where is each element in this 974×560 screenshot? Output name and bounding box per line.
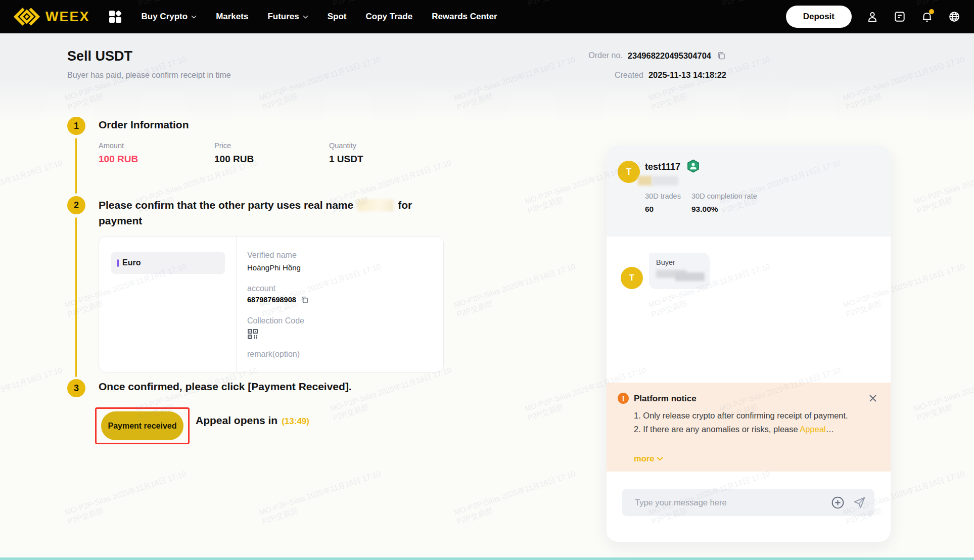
step-connector — [75, 217, 77, 377]
completion-rate-label: 30D completion rate — [691, 192, 757, 200]
step-3-title: Once confirmed, please click [Payment Re… — [99, 381, 352, 393]
nav-item-spot[interactable]: Spot — [328, 12, 347, 22]
chat-message-bubble: Buyer — [649, 253, 710, 289]
redacted-real-name — [357, 199, 394, 211]
nav-item-markets[interactable]: Markets — [216, 12, 248, 22]
counterparty-name[interactable]: test1117 — [645, 162, 680, 172]
send-message-icon[interactable] — [853, 496, 866, 509]
notification-dot — [929, 9, 934, 14]
order-no-value: 234968220495304704 — [628, 51, 711, 61]
step-1-badge: 1 — [67, 117, 85, 135]
created-row: Created 2025-11-13 14:18:22 — [615, 70, 726, 80]
amount-field: Amount 100 RUB — [99, 142, 214, 165]
alert-icon: ! — [618, 393, 629, 404]
nav-item-futures[interactable]: Futures — [267, 12, 308, 22]
redacted-user-detail — [638, 176, 678, 185]
redacted-message-content — [656, 270, 703, 281]
price-field: Price 100 RUB — [214, 142, 329, 165]
trades-30d-label: 30D trades — [645, 192, 681, 200]
message-sender: Buyer — [656, 258, 703, 266]
profile-icon[interactable] — [865, 10, 879, 24]
remark-label: remark(option) — [247, 350, 300, 359]
platform-notice: ! Platform notice 1. Only release crypto… — [607, 383, 891, 472]
nav-menu: Buy Crypto Markets Futures Spot Copy Tra… — [142, 12, 497, 22]
platform-notice-title: Platform notice — [634, 394, 697, 404]
chevron-down-icon — [303, 15, 308, 19]
platform-notice-body: 1. Only release crypto after confirming … — [634, 409, 859, 436]
nav-item-buy-crypto[interactable]: Buy Crypto — [142, 12, 197, 22]
chat-message-input[interactable] — [622, 489, 831, 516]
page-title: Sell USDT — [67, 49, 132, 64]
account-row: 687987698908 — [247, 295, 309, 304]
payment-method-name: Euro — [122, 258, 141, 267]
page-subtitle: Buyer has paid, please confirm receipt i… — [67, 71, 231, 80]
nav-item-copy-trade[interactable]: Copy Trade — [366, 12, 413, 22]
appeal-link[interactable]: Appeal — [800, 425, 825, 434]
price-value: 100 RUB — [214, 154, 329, 165]
account-value: 687987698908 — [247, 296, 296, 304]
top-navbar: WEEX Buy Crypto Markets Futures Spot Cop… — [0, 0, 974, 33]
orders-chat-icon[interactable] — [893, 10, 906, 24]
close-icon[interactable] — [867, 393, 878, 404]
attach-plus-icon[interactable] — [831, 496, 845, 509]
notice-line-2: 2. If there are any anomalies or risks, … — [634, 423, 859, 436]
chevron-down-icon — [191, 15, 197, 19]
quantity-value: 1 USDT — [329, 154, 363, 165]
deposit-button[interactable]: Deposit — [786, 6, 852, 28]
verified-name-label: Verified name — [247, 251, 297, 260]
weex-wordmark: WEEX — [45, 9, 90, 25]
amount-value: 100 RUB — [99, 154, 214, 165]
chat-input-bar — [622, 489, 874, 516]
payment-method-card: Euro Verified name HoàngPhi Hồng account… — [99, 236, 444, 372]
order-no-label: Order no. — [588, 51, 623, 60]
step-2-title: Please confirm that the other party uses… — [99, 197, 426, 228]
nav-item-rewards-center[interactable]: Rewards Center — [432, 12, 497, 22]
completion-rate-value: 93.00% — [691, 205, 718, 214]
chat-panel: T test1117 30D trades 60 30D completion … — [607, 146, 891, 542]
bottom-edge-strip — [0, 557, 974, 560]
quantity-field: Quantity 1 USDT — [329, 142, 363, 165]
language-globe-icon[interactable] — [947, 10, 961, 24]
payment-received-button[interactable]: Payment received — [101, 411, 183, 440]
weex-logo[interactable]: WEEX — [13, 7, 90, 26]
copy-icon[interactable] — [716, 51, 726, 61]
weex-logo-icon — [13, 7, 40, 26]
order-info-fields: Amount 100 RUB Price 100 RUB Quantity 1 … — [99, 142, 363, 165]
active-method-bar — [117, 259, 119, 267]
notice-line-1: 1. Only release crypto after confirming … — [634, 409, 859, 423]
order-number-row: Order no. 234968220495304704 — [588, 51, 726, 61]
step-3-badge: 3 — [67, 379, 85, 397]
created-label: Created — [615, 71, 643, 80]
notifications-bell-icon[interactable] — [920, 10, 934, 24]
step-1-title: Order Information — [99, 119, 189, 131]
trades-30d-value: 60 — [645, 205, 654, 214]
chevron-down-icon — [657, 456, 663, 461]
step-2-badge: 2 — [67, 196, 85, 214]
verified-merchant-badge-icon — [686, 159, 700, 173]
account-label: account — [247, 284, 275, 293]
apps-grid-icon[interactable] — [109, 11, 121, 23]
collection-code-label: Collection Code — [247, 316, 304, 325]
notice-more-link[interactable]: more — [634, 454, 663, 463]
card-divider — [236, 237, 237, 372]
buyer-avatar: T — [621, 267, 643, 289]
counterparty-info-section: T test1117 30D trades 60 30D completion … — [607, 146, 891, 237]
counterparty-avatar[interactable]: T — [618, 161, 640, 183]
appeal-countdown: (13:49) — [282, 416, 309, 427]
created-value: 2025-11-13 14:18:22 — [648, 70, 726, 80]
verified-name-value: HoàngPhi Hồng — [247, 263, 301, 272]
appeal-opens-text: Appeal opens in — [196, 414, 277, 427]
step-connector — [75, 138, 77, 194]
copy-icon[interactable] — [300, 295, 309, 304]
payment-method-euro-tab[interactable]: Euro — [111, 252, 225, 274]
qr-code-icon[interactable] — [247, 329, 258, 340]
